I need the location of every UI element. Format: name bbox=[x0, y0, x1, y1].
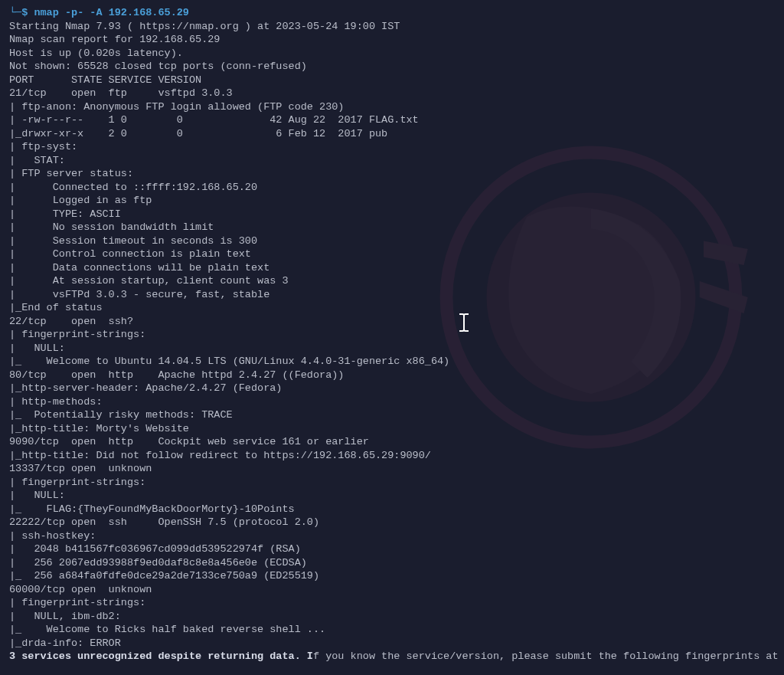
output-line: | fingerprint-strings: bbox=[9, 328, 775, 342]
output-line: | 2048 b411567fc036967cd099dd539522974f … bbox=[9, 542, 775, 556]
output-line: |_http-title: Did not follow redirect to… bbox=[9, 449, 775, 463]
output-line: | FTP server status: bbox=[9, 167, 775, 181]
output-line: |_ 256 a684fa0fdfe0dce29a2de7133ce750a9 … bbox=[9, 569, 775, 583]
output-line: 9090/tcp open http Cockpit web service 1… bbox=[9, 435, 775, 449]
output-line: 21/tcp open ftp vsftpd 3.0.3 bbox=[9, 87, 775, 100]
output-line: 80/tcp open http Apache httpd 2.4.27 ((F… bbox=[9, 369, 775, 382]
output-line: | NULL: bbox=[9, 489, 775, 503]
output-line: | ftp-anon: Anonymous FTP login allowed … bbox=[9, 100, 775, 114]
output-line: | STAT: bbox=[9, 154, 775, 168]
output-line: | Session timeout in seconds is 300 bbox=[9, 234, 775, 248]
output-line: PORT STATE SERVICE VERSION bbox=[9, 74, 775, 87]
output-line: 22/tcp open ssh? bbox=[9, 315, 775, 329]
output-line: |_End of status bbox=[9, 301, 775, 315]
terminal-output: Starting Nmap 7.93 ( https://nmap.org ) … bbox=[9, 20, 775, 650]
output-line: |_ FLAG:{TheyFoundMyBackDoorMorty}-10Poi… bbox=[9, 503, 775, 516]
output-line: | No session bandwidth limit bbox=[9, 221, 775, 234]
output-line: 22222/tcp open ssh OpenSSH 7.5 (protocol… bbox=[9, 516, 775, 529]
prompt-symbol: └─$ bbox=[9, 7, 28, 18]
output-line: | 256 2067edd93988f9ed0daf8c8e8a456e0e (… bbox=[9, 556, 775, 570]
output-line: | Data connections will be plain text bbox=[9, 261, 775, 275]
output-line: Nmap scan report for 192.168.65.29 bbox=[9, 33, 775, 47]
output-line: | At session startup, client count was 3 bbox=[9, 274, 775, 288]
output-line: |_ Potentially risky methods: TRACE bbox=[9, 408, 775, 422]
last-output-line: 3 services unrecognized despite returnin… bbox=[9, 650, 775, 664]
output-line: Not shown: 65528 closed tcp ports (conn-… bbox=[9, 60, 775, 74]
output-line: | ftp-syst: bbox=[9, 140, 775, 154]
output-line: | TYPE: ASCII bbox=[9, 208, 775, 221]
output-line: | Logged in as ftp bbox=[9, 194, 775, 208]
command-text: nmap -p- -A 192.168.65.29 bbox=[34, 7, 189, 18]
output-line: | -rw-r--r-- 1 0 0 42 Aug 22 2017 FLAG.t… bbox=[9, 113, 775, 127]
output-line: | ssh-hostkey: bbox=[9, 529, 775, 543]
output-line: | NULL, ibm-db2: bbox=[9, 610, 775, 624]
output-line: |_ Welcome to Ricks half baked reverse s… bbox=[9, 623, 775, 637]
output-line: |_http-server-header: Apache/2.4.27 (Fed… bbox=[9, 382, 775, 395]
output-line: 60000/tcp open unknown bbox=[9, 583, 775, 597]
output-line: | NULL: bbox=[9, 342, 775, 356]
output-line: | fingerprint-strings: bbox=[9, 476, 775, 490]
output-line: |_http-title: Morty's Website bbox=[9, 422, 775, 436]
output-line: | fingerprint-strings: bbox=[9, 596, 775, 610]
output-line: | http-methods: bbox=[9, 395, 775, 409]
output-line: Starting Nmap 7.93 ( https://nmap.org ) … bbox=[9, 20, 775, 34]
output-line: | vsFTPd 3.0.3 - secure, fast, stable bbox=[9, 288, 775, 302]
output-line: 13337/tcp open unknown bbox=[9, 462, 775, 476]
output-line: |_ Welcome to Ubuntu 14.04.5 LTS (GNU/Li… bbox=[9, 355, 775, 369]
terminal-content[interactable]: └─$ nmap -p- -A 192.168.65.29 Starting N… bbox=[9, 6, 775, 664]
output-line: |_drda-info: ERROR bbox=[9, 637, 775, 650]
output-line: | Connected to ::ffff:192.168.65.20 bbox=[9, 181, 775, 195]
output-line: | Control connection is plain text bbox=[9, 247, 775, 261]
command-prompt-line: └─$ nmap -p- -A 192.168.65.29 bbox=[9, 6, 775, 20]
output-line: |_drwxr-xr-x 2 0 0 6 Feb 12 2017 pub bbox=[9, 127, 775, 141]
output-line: Host is up (0.020s latency). bbox=[9, 47, 775, 61]
